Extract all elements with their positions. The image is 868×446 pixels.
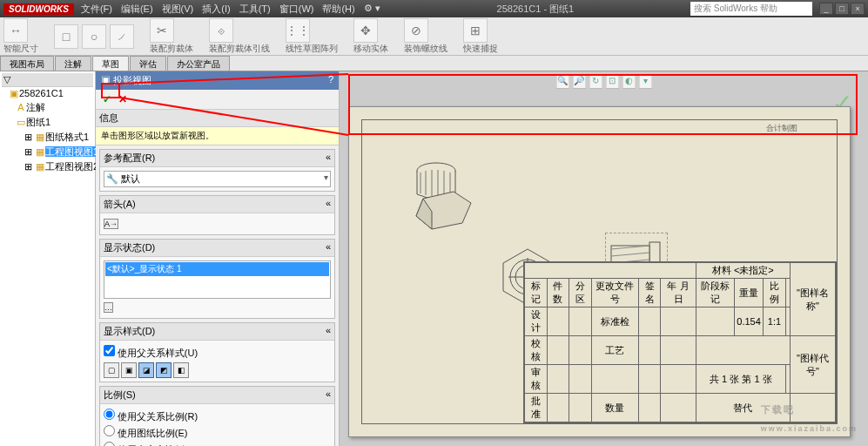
- tree-annotations[interactable]: A注解: [9, 100, 93, 115]
- dispstate-btn[interactable]: …: [104, 302, 113, 313]
- document-name: 258261C1 - 图纸1: [497, 3, 575, 16]
- collapse-icon[interactable]: «: [326, 152, 331, 165]
- zoom-area-icon[interactable]: 🔎: [572, 75, 586, 89]
- ok-button[interactable]: ✓: [101, 93, 113, 105]
- tree-view1[interactable]: ⊞ ▦工程图视图1: [9, 145, 93, 159]
- menu-view[interactable]: 视图(V): [162, 3, 194, 16]
- scale-custom-radio[interactable]: 使用自定义比例(C): [104, 441, 331, 446]
- property-manager: ▣ 投影视图? ✓ ✕ 信息 单击图形区域以放置新视图。 参考配置(R)« 🔧 …: [96, 71, 340, 446]
- collapse-icon[interactable]: «: [326, 241, 331, 254]
- section-icon[interactable]: ⊡: [605, 75, 619, 89]
- feature-tree: ▽ ▣258261C1 A注解 ▭图纸1 ⊞ ▦图纸格式1 ⊞ ▦工程图视图1 …: [0, 71, 96, 446]
- window-controls: _ □ ×: [819, 3, 865, 15]
- graphics-area[interactable]: 🔍 🔎 ↻ ⊡ ◐ ▾ ✓ 合计制图: [340, 71, 868, 446]
- zoom-fit-icon[interactable]: 🔍: [555, 75, 569, 89]
- move-label: 移动实体: [353, 43, 388, 55]
- tab-evaluate[interactable]: 评估: [130, 56, 166, 71]
- rotate-icon[interactable]: ↻: [589, 75, 602, 89]
- sketch-btn-1[interactable]: □: [54, 24, 78, 49]
- pm-message: 单击图形区域以放置新视图。: [96, 127, 339, 145]
- ribbon: ↔智能尺寸 □ ○ ⟋ ✂装配剪裁体 ⟐装配剪裁体引线 ⋮⋮线性草图阵列 ✥移动…: [0, 17, 868, 56]
- tree-sheet[interactable]: ▭图纸1: [9, 115, 93, 130]
- sec-refcfg-title: 参考配置(R): [104, 152, 155, 165]
- sec-arrow: 箭头(A)« A→: [99, 195, 335, 235]
- thread-button[interactable]: ⊘: [404, 18, 428, 43]
- trim-leader-button[interactable]: ⟐: [209, 18, 233, 43]
- watermark: 下载吧www.xiazaiba.com: [761, 399, 858, 436]
- tree-view2[interactable]: ⊞ ▦工程图视图2: [9, 159, 93, 174]
- drawing-sheet[interactable]: 合计制图: [348, 106, 851, 437]
- titlebar: SOLIDWORKS 文件(F) 编辑(E) 视图(V) 插入(I) 工具(T)…: [0, 0, 868, 17]
- tree-root[interactable]: ▣258261C1: [9, 87, 93, 100]
- sheet-border: 材料 <未指定>"图样名称" 标记件数分区 更改文件号签名年 月 日 阶段标记重…: [361, 119, 838, 424]
- tab-annotation[interactable]: 注解: [55, 56, 91, 71]
- dispstate-list[interactable]: <默认>_显示状态 1: [104, 260, 331, 299]
- pm-icon: ▣: [101, 75, 113, 85]
- style-btn-3[interactable]: ◪: [138, 362, 154, 378]
- maximize-icon[interactable]: □: [835, 3, 849, 15]
- menu-extra-icon[interactable]: ⚙ ▾: [364, 3, 380, 16]
- minimize-icon[interactable]: _: [819, 3, 833, 15]
- menu-edit[interactable]: 编辑(E): [121, 3, 153, 16]
- scale-sheet-radio[interactable]: 使用图纸比例(E): [104, 424, 331, 441]
- sec-scale: 比例(S)« 使用父关系比例(R) 使用图纸比例(E) 使用自定义比例(C) 1…: [99, 386, 335, 446]
- arrow-opt[interactable]: A→: [104, 219, 118, 229]
- search-input[interactable]: 搜索 SolidWorks 帮助: [690, 2, 812, 16]
- view-toolbar: 🔍 🔎 ↻ ⊡ ◐ ▾: [555, 75, 652, 89]
- pattern-label: 线性草图阵列: [286, 43, 338, 55]
- trim-leader-label: 装配剪裁体引线: [209, 43, 270, 55]
- pm-help-icon[interactable]: ?: [328, 74, 333, 87]
- sec-dispstyle: 显示样式(D)« 使用父关系样式(U) ▢ ▣ ◪ ◩ ◧: [99, 322, 335, 382]
- tab-office[interactable]: 办公室产品: [167, 56, 230, 71]
- smart-dim-button[interactable]: ↔: [3, 18, 28, 43]
- main-menu: 文件(F) 编辑(E) 视图(V) 插入(I) 工具(T) 窗口(W) 帮助(H…: [81, 3, 380, 16]
- style-btn-1[interactable]: ▢: [104, 362, 119, 378]
- tab-layout[interactable]: 视图布局: [0, 56, 54, 71]
- menu-file[interactable]: 文件(F): [81, 3, 112, 16]
- sec-refcfg: 参考配置(R)« 🔧 默认: [99, 149, 335, 192]
- tree-filter-bar[interactable]: ▽: [2, 73, 93, 87]
- snap-label: 快速捕捉: [463, 43, 498, 55]
- sec-dispstate: 显示状态(D)« <默认>_显示状态 1 …: [99, 239, 335, 319]
- sketch-btn-3[interactable]: ⟋: [110, 24, 134, 49]
- sec-arrow-title: 箭头(A): [104, 198, 136, 211]
- sec-dispstyle-title: 显示样式(D): [104, 325, 155, 338]
- command-tabs: 视图布局 注解 草图 评估 办公室产品: [0, 56, 868, 71]
- smart-dim-label: 智能尺寸: [3, 43, 38, 55]
- pm-confirm-row: ✓ ✕: [96, 90, 339, 110]
- menu-help[interactable]: 帮助(H): [322, 3, 354, 16]
- pm-msg-header: 信息: [96, 110, 339, 127]
- menu-tools[interactable]: 工具(T): [239, 3, 271, 16]
- refcfg-combo[interactable]: 🔧 默认: [104, 171, 331, 187]
- trim-label: 装配剪裁体: [150, 43, 193, 55]
- snap-button[interactable]: ⊞: [463, 18, 488, 43]
- collapse-icon[interactable]: «: [326, 198, 331, 211]
- view-dd-icon[interactable]: ▾: [638, 75, 652, 89]
- tree-sheetformat[interactable]: ⊞ ▦图纸格式1: [9, 130, 93, 145]
- useparent-check[interactable]: 使用父关系样式(U): [104, 344, 331, 361]
- sec-dispstate-title: 显示状态(D): [104, 241, 155, 254]
- style-btn-2[interactable]: ▣: [121, 362, 137, 378]
- move-button[interactable]: ✥: [353, 18, 378, 43]
- style-btn-4[interactable]: ◩: [156, 362, 172, 378]
- thread-label: 装饰螺纹线: [404, 43, 447, 55]
- collapse-icon[interactable]: «: [326, 389, 331, 402]
- menu-insert[interactable]: 插入(I): [202, 3, 230, 16]
- filter-icon[interactable]: ▽: [3, 74, 10, 85]
- part-iso-view: [406, 155, 484, 242]
- menu-window[interactable]: 窗口(W): [279, 3, 314, 16]
- cancel-button[interactable]: ✕: [117, 93, 129, 105]
- style-btn-5[interactable]: ◧: [173, 362, 189, 378]
- pm-title: ▣ 投影视图?: [96, 71, 339, 90]
- sec-scale-title: 比例(S): [104, 389, 136, 402]
- pattern-button[interactable]: ⋮⋮: [286, 18, 310, 43]
- display-icon[interactable]: ◐: [622, 75, 636, 89]
- sketch-btn-2[interactable]: ○: [82, 24, 106, 49]
- close-icon[interactable]: ×: [851, 3, 865, 15]
- scale-parent-radio[interactable]: 使用父关系比例(R): [104, 408, 331, 424]
- app-logo: SOLIDWORKS: [3, 3, 74, 15]
- collapse-icon[interactable]: «: [326, 325, 331, 338]
- tab-sketch[interactable]: 草图: [92, 56, 129, 71]
- trim-button[interactable]: ✂: [150, 18, 174, 43]
